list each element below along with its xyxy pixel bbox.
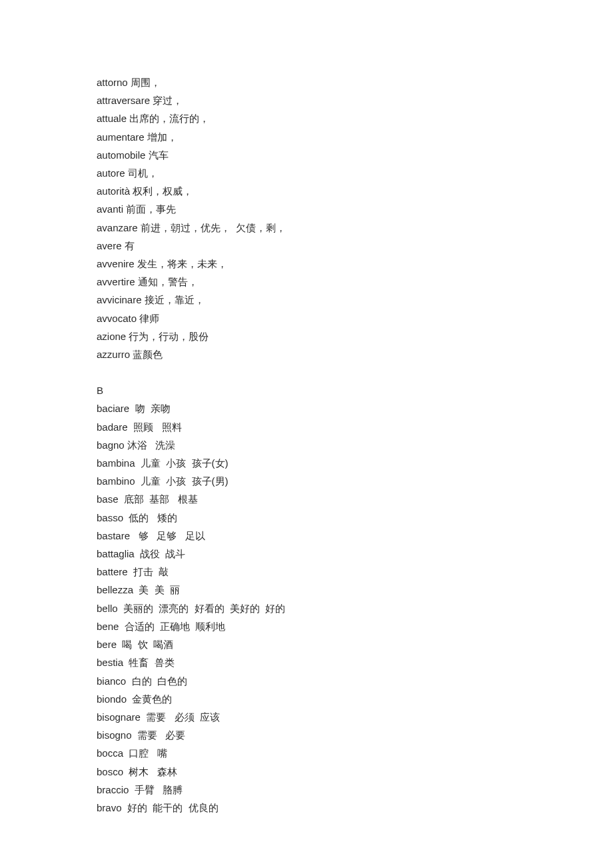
vocab-entry: bianco 白的 白色的 — [97, 672, 510, 690]
vocab-entry: battere 打击 敲 — [97, 563, 510, 581]
vocab-entry: baciare 吻 亲吻 — [97, 399, 510, 417]
vocab-term: automobile — [97, 149, 145, 161]
vocab-definition: 照顾 照料 — [131, 421, 182, 433]
vocab-entry: avvenire 发生，将来，未来， — [97, 255, 510, 273]
vocab-term: bambina — [97, 457, 135, 469]
vocab-entry: bisognare 需要 必须 应该 — [97, 708, 510, 726]
vocab-definition: 美丽的 漂亮的 好看的 美好的 好的 — [121, 603, 286, 614]
vocab-definition: 蓝颜色 — [133, 349, 163, 360]
vocab-definition: 儿童 小孩 孩子(男) — [138, 475, 229, 487]
vocab-term: bianco — [97, 675, 126, 687]
vocab-definition: 够 足够 足以 — [133, 530, 205, 541]
vocab-definition: 权利，权威， — [133, 185, 193, 197]
vocab-entry: bambino 儿童 小孩 孩子(男) — [97, 472, 510, 490]
vocab-term: base — [97, 493, 119, 505]
vocab-definition: 出席的，流行的， — [129, 113, 209, 124]
vocab-entry: autorità 权利，权威， — [97, 182, 510, 200]
vocab-term: aumentare — [97, 131, 145, 143]
vocab-term: avvocato — [97, 313, 137, 324]
vocab-definition: 前面，事先 — [126, 203, 176, 215]
vocab-term: biondo — [97, 693, 127, 705]
vocab-term: azione — [97, 331, 126, 342]
vocab-definition: 有 — [125, 240, 135, 251]
vocab-entry: bisogno 需要 必要 — [97, 726, 510, 744]
vocab-definition: 穿过， — [153, 95, 183, 106]
vocab-definition: 喝 饮 喝酒 — [119, 639, 173, 650]
vocab-definition: 司机， — [128, 167, 158, 179]
vocab-term: azzurro — [97, 349, 130, 360]
vocab-term: bestia — [97, 657, 123, 668]
vocab-entry: bellezza 美 美 丽 — [97, 581, 510, 599]
vocab-entry: autore 司机， — [97, 164, 510, 182]
vocab-term: avvenire — [97, 258, 135, 269]
vocab-definition: 发生，将来，未来， — [137, 258, 227, 269]
vocab-term: avvicinare — [97, 294, 142, 305]
vocab-entry: bello 美丽的 漂亮的 好看的 美好的 好的 — [97, 599, 510, 617]
vocab-term: baciare — [97, 403, 129, 414]
vocab-entry: biondo 金黄色的 — [97, 690, 510, 708]
vocab-entry: bambina 儿童 小孩 孩子(女) — [97, 454, 510, 472]
vocab-entry: bene 合适的 正确地 顺利地 — [97, 617, 510, 635]
vocab-term: bravo — [97, 802, 122, 813]
vocab-term: bosco — [97, 766, 123, 777]
vocab-term: braccio — [97, 784, 129, 795]
vocab-entry: avvertire 通知，警告， — [97, 273, 510, 291]
vocab-term: bastare — [97, 530, 130, 541]
vocab-term: bene — [97, 621, 119, 632]
vocab-term: avanzare — [97, 222, 138, 233]
vocab-entry: avvicinare 接近，靠近， — [97, 291, 510, 309]
vocab-entry: avvocato 律师 — [97, 309, 510, 327]
vocab-definition: 需要 必要 — [135, 729, 186, 741]
vocab-definition: 低的 矮的 — [126, 512, 177, 523]
section-break — [97, 363, 510, 381]
vocab-term: bello — [97, 603, 118, 614]
vocab-term: autorità — [97, 185, 130, 197]
vocab-definition: 前进，朝过，优先， 欠债，剩， — [141, 222, 286, 233]
vocab-definition: 周围， — [131, 77, 161, 88]
vocab-entry: bastare 够 足够 足以 — [97, 527, 510, 545]
vocab-entry: avere 有 — [97, 237, 510, 255]
vocab-entry: avanti 前面，事先 — [97, 200, 510, 218]
vocab-entry: bere 喝 饮 喝酒 — [97, 635, 510, 653]
vocab-entry: azzurro 蓝颜色 — [97, 345, 510, 363]
vocab-term: bocca — [97, 747, 123, 759]
vocab-entry: bravo 好的 能干的 优良的 — [97, 799, 510, 817]
vocab-term: battere — [97, 566, 128, 577]
vocab-definition: 接近，靠近， — [145, 294, 205, 305]
vocab-entry: aumentare 增加， — [97, 128, 510, 146]
vocab-entry: bagno 沐浴 洗澡 — [97, 436, 510, 454]
vocab-definition: 合适的 正确地 顺利地 — [122, 621, 226, 632]
vocab-term: bellezza — [97, 584, 133, 595]
vocab-term: basso — [97, 512, 123, 523]
vocab-definition: 增加， — [147, 131, 177, 143]
vocab-term: autore — [97, 167, 125, 179]
vocab-term: battaglia — [97, 548, 135, 559]
vocab-term: bisogno — [97, 729, 132, 741]
vocab-entry: avanzare 前进，朝过，优先， 欠债，剩， — [97, 219, 510, 237]
vocab-term: bambino — [97, 475, 135, 487]
vocab-definition: 树木 森林 — [126, 766, 177, 777]
vocab-term: avvertire — [97, 276, 135, 287]
vocab-definition: 手臂 胳膊 — [132, 784, 183, 795]
vocab-definition: 白的 白色的 — [129, 675, 187, 687]
vocab-definition: 儿童 小孩 孩子(女) — [138, 457, 229, 469]
vocab-definition: 沐浴 洗澡 — [127, 439, 176, 451]
page-content: attorno 周围，attraversare 穿过，attuale 出席的，流… — [0, 0, 510, 857]
vocab-entry: battaglia 战役 战斗 — [97, 545, 510, 563]
vocab-entry: azione 行为，行动，股份 — [97, 327, 510, 345]
vocab-entry: automobile 汽车 — [97, 146, 510, 164]
vocab-definition: 美 美 丽 — [136, 584, 180, 595]
vocab-entry: bestia 牲畜 兽类 — [97, 653, 510, 671]
vocab-entry: basso 低的 矮的 — [97, 509, 510, 527]
vocab-term: attorno — [97, 77, 128, 88]
vocab-entry: attuale 出席的，流行的， — [97, 109, 510, 127]
vocab-definition: 律师 — [139, 313, 159, 324]
vocab-entry: braccio 手臂 胳膊 — [97, 781, 510, 799]
vocab-definition: 底部 基部 根基 — [121, 493, 198, 505]
vocab-entry: attorno 周围， — [97, 73, 510, 91]
vocab-definition: 通知，警告， — [138, 276, 198, 287]
vocab-term: attuale — [97, 113, 127, 124]
vocab-term: badare — [97, 421, 128, 433]
vocab-entry: base 底部 基部 根基 — [97, 490, 510, 508]
vocab-definition: 需要 必须 应该 — [143, 711, 220, 723]
